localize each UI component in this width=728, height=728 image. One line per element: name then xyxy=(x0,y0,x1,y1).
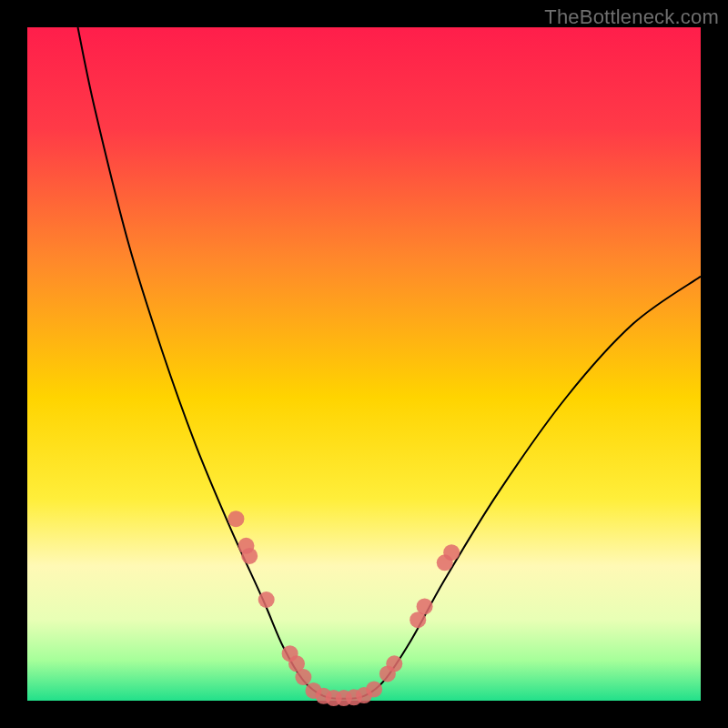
data-point xyxy=(386,655,402,672)
chart-svg xyxy=(0,0,728,728)
data-point xyxy=(241,548,258,564)
plot-background xyxy=(27,27,701,701)
data-point xyxy=(417,598,433,614)
data-point xyxy=(366,681,382,697)
watermark-text: TheBottleneck.com xyxy=(544,5,719,29)
data-point xyxy=(228,511,244,527)
data-point xyxy=(443,544,460,561)
chart-container: TheBottleneck.com xyxy=(0,0,728,728)
data-point xyxy=(258,592,275,608)
data-point xyxy=(295,669,311,685)
